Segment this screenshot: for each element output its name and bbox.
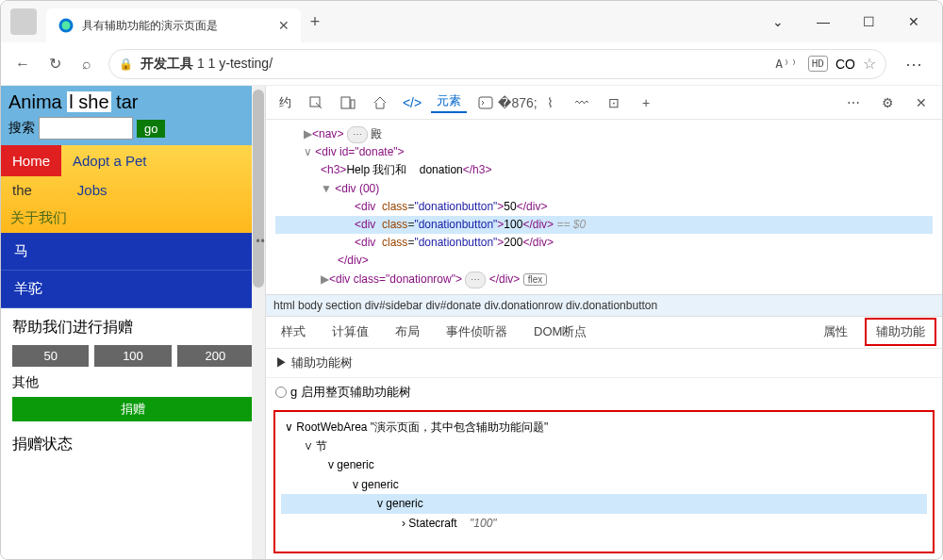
edge-icon [58,17,74,34]
settings-icon[interactable]: ⚙ [874,90,901,116]
svg-point-1 [62,22,71,30]
a11y-leaf[interactable]: › Statecraft "100" [281,514,927,533]
home-icon[interactable] [367,90,393,116]
bug-icon[interactable]: �876; [505,90,531,116]
hd-icon[interactable]: HD [808,56,828,72]
nav-the[interactable]: the [1,176,43,204]
a11y-section[interactable]: ∨ 节 [281,436,927,455]
refresh-button[interactable]: ↻ [44,54,65,74]
network-icon[interactable]: ⌇ [537,90,563,116]
tab-welcome[interactable]: 约 [273,94,297,111]
close-devtools-button[interactable]: ✕ [908,90,935,116]
console-icon[interactable] [472,90,499,116]
donate-50[interactable]: 50 [12,345,89,367]
svg-rect-5 [479,97,492,108]
go-button[interactable]: go [137,120,165,138]
device-icon[interactable] [335,90,361,116]
tab-close-icon[interactable]: ✕ [278,18,290,33]
subtab-computed[interactable]: 计算值 [323,320,378,344]
search-label: 搜索 [8,120,35,137]
nav-jobs[interactable]: Jobs [66,176,119,204]
sidebar-item-alpaca[interactable]: 羊驼 [1,271,265,308]
donate-button[interactable]: 捐赠 [12,397,254,421]
search-icon[interactable]: ⌕ [76,54,97,74]
profile-badge[interactable]: CO [835,57,855,72]
tab-elements[interactable]: 元素 [431,92,467,113]
subtab-properties[interactable]: 属性 [814,320,857,344]
back-button[interactable]: ← [12,54,33,74]
profile-avatar[interactable] [10,8,37,35]
subtab-styles[interactable]: 样式 [272,320,315,344]
accessibility-tree[interactable]: ∨ RootWebArea "演示页面，其中包含辅助功能问题" ∨ 节 v ge… [273,410,935,553]
subtab-dom-breakpoints[interactable]: DOM断点 [524,320,596,344]
nav-home[interactable]: Home [1,145,61,176]
dom-tree[interactable]: ▶<nav> ⋯ 殿 ∨ <div id="donate"> <h3>Help … [266,120,942,294]
nav-about[interactable]: 关于我们 [1,204,265,233]
minimize-button[interactable]: — [810,14,836,29]
dom-breadcrumb[interactable]: html body section div#sidebar div#donate… [266,294,942,317]
donation-status-heading: 捐赠状态 [1,431,265,458]
rendered-page: Anima l she tar 搜索 go Home Adopt a Pet t… [1,86,265,560]
close-window-button[interactable]: ✕ [901,14,927,29]
maximize-button[interactable]: ☐ [855,14,882,29]
a11y-generic[interactable]: v generic [281,455,927,474]
a11y-full-tree-option[interactable]: g 启用整页辅助功能树 [266,378,942,406]
tab-title: 具有辅助功能的演示页面是 [82,18,271,34]
new-tab-button[interactable]: + [301,12,329,32]
page-title: Anima l she tar [8,91,257,113]
wave-icon[interactable]: 〰 [569,90,595,116]
url-text: 开发工具 1 1 y-testing/ [141,56,273,73]
overflow-icon[interactable]: ••• [256,235,265,248]
address-bar[interactable]: 🔒 开发工具 1 1 y-testing/ A⁾⁾ HD CO ☆ [108,49,886,79]
browser-tab[interactable]: 具有辅助功能的演示页面是 ✕ [46,8,301,42]
lock-icon: 🔒 [119,58,133,71]
svg-rect-3 [341,97,350,108]
devtools-panel: 约 </> 元素 �876; ⌇ 〰 ⊡ + ⋯ ⚙ ✕ ▶<nav> ⋯ 殿 … [265,86,942,560]
nav-adopt[interactable]: Adopt a Pet [61,145,157,176]
a11y-tree-header[interactable]: ▶ 辅助功能树 [266,349,942,378]
scrollbar[interactable] [252,86,265,560]
sidebar-item-horse[interactable]: 马 [1,233,265,271]
svg-rect-4 [351,100,355,108]
donate-other: 其他 [12,374,254,391]
subtab-layout[interactable]: 布局 [386,320,429,344]
selected-dom-node[interactable]: <div class="donationbutton">100</div> ==… [275,216,933,234]
chevron-down-icon[interactable]: ⌄ [765,14,791,29]
favorite-icon[interactable]: ☆ [863,55,876,73]
a11y-root[interactable]: ∨ RootWebArea "演示页面，其中包含辅助功能问题" [281,418,927,436]
a11y-generic[interactable]: v generic [281,475,927,494]
subtab-accessibility[interactable]: 辅助功能 [865,318,936,346]
a11y-generic-selected[interactable]: v generic [281,494,927,513]
donate-heading: 帮助我们进行捐赠 [12,318,254,338]
add-tab-button[interactable]: + [633,90,659,116]
inspect-icon[interactable] [303,90,329,116]
search-input[interactable] [39,117,133,140]
subtab-listeners[interactable]: 事件侦听器 [437,320,517,344]
code-icon[interactable]: </> [399,90,425,116]
more-tools-icon[interactable]: ⋯ [840,90,867,116]
read-aloud-icon[interactable]: A⁾⁾ [772,56,800,72]
donate-100[interactable]: 100 [94,345,171,367]
menu-button[interactable]: ⋯ [898,54,931,74]
memory-icon[interactable]: ⊡ [601,90,627,116]
donate-200[interactable]: 200 [177,345,254,367]
